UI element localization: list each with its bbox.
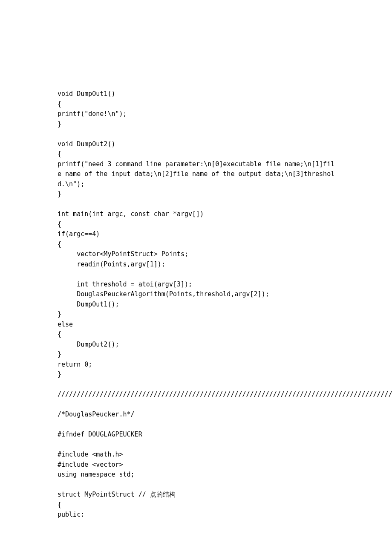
code-content: void DumpOut1() { printf("done!\n"); } v…	[58, 89, 337, 520]
